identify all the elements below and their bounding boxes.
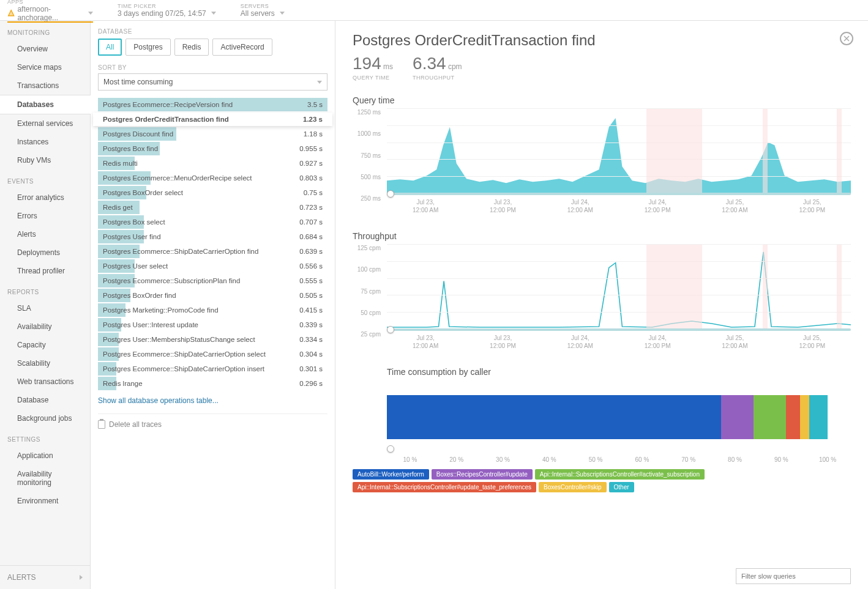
alerts-footer[interactable]: ALERTS [0,565,90,589]
query-row[interactable]: Postgres Ecommerce::MenuOrderRecipe sele… [98,171,327,185]
sidebar-item-deployments[interactable]: Deployments [0,243,90,262]
chart-query-time: Query time 250 ms500 ms750 ms1000 ms1250… [353,95,851,214]
sidebar-item-capacity[interactable]: Capacity [0,336,90,354]
legend-pill[interactable]: AutoBill::Worker/perform [353,469,429,480]
query-row[interactable]: Redis multi0.927 s [98,157,327,170]
sidebar: MONITORING OverviewService mapsTransacti… [0,21,91,589]
query-row[interactable]: Postgres User::Interest update0.339 s [98,318,327,332]
query-row[interactable]: Postgres User::MembershipStatusChange se… [98,333,327,346]
legend-pill[interactable]: Boxes::RecipesController#update [432,469,533,480]
sidebar-item-web-transactions[interactable]: Web transactions [0,372,90,391]
query-row[interactable]: Postgres Ecommerce::ShipDateCarrierOptio… [98,362,327,376]
sidebar-item-application[interactable]: Application [0,446,90,465]
time-slider[interactable] [387,193,851,195]
tab-all[interactable]: All [98,39,122,56]
database-tabs: AllPostgresRedisActiveRecord [98,39,327,56]
chart-time-consumption: Time consumption by caller 10 %20 %30 %4… [353,367,851,492]
sidebar-item-ruby-vms[interactable]: Ruby VMs [0,151,90,169]
sidebar-section-monitoring: MONITORING [0,21,90,40]
chevron-right-icon [80,575,83,580]
sidebar-item-sla[interactable]: SLA [0,299,90,317]
query-row[interactable]: Postgres User find0.684 s [98,230,327,243]
query-row[interactable]: Postgres User select0.556 s [98,259,327,273]
legend-pill[interactable]: Other [609,482,634,492]
metric-throughput: 6.34 cpm THROUGHPUT [413,54,462,81]
app-icon [7,9,15,18]
slider-knob-left[interactable] [387,326,394,333]
stacked-segment [800,395,809,439]
query-row[interactable]: Redis get0.723 s [98,201,327,214]
sidebar-item-errors[interactable]: Errors [0,207,90,225]
query-row[interactable]: Postgres Marketing::PromoCode find0.415 … [98,303,327,317]
sidebar-item-databases[interactable]: Databases [0,95,91,114]
query-row[interactable]: Postgres Box find0.955 s [98,142,327,155]
filter-slow-queries[interactable] [736,568,851,584]
sidebar-item-instances[interactable]: Instances [0,133,90,151]
query-row[interactable]: Postgres Ecommerce::SubscriptionPlan fin… [98,274,327,287]
sort-h: SORT BY [98,64,327,71]
chart-throughput: Throughput 25 cpm50 cpm75 cpm100 cpm125 … [353,231,851,350]
query-row[interactable]: Postgres Ecommerce::ShipDateCarrierOptio… [98,347,327,361]
sidebar-section-reports: REPORTS [0,280,90,299]
sidebar-item-transactions[interactable]: Transactions [0,76,90,95]
show-all-link[interactable]: Show all database operations table... [98,391,327,410]
close-icon [844,35,850,42]
chevron-down-icon [317,81,322,84]
tab-activerecord[interactable]: ActiveRecord [212,39,272,56]
delete-traces-button[interactable]: Delete all traces [98,413,327,435]
tab-postgres[interactable]: Postgres [125,39,170,56]
stacked-segment [809,395,828,439]
stacked-segment [387,395,721,439]
sidebar-item-availability-monitoring[interactable]: Availability monitoring [0,465,90,492]
sidebar-item-database[interactable]: Database [0,391,90,409]
query-row[interactable]: Postgres Box select0.707 s [98,215,327,229]
slider-knob[interactable] [387,445,394,453]
sidebar-item-scalability[interactable]: Scalability [0,354,90,372]
slider-knob-left[interactable] [387,190,394,198]
query-row[interactable]: Postgres BoxOrder find0.505 s [98,289,327,302]
close-button[interactable] [840,32,853,45]
legend-pill[interactable]: Api::Internal::SubscriptionsController#a… [535,469,705,480]
sort-select[interactable]: Most time consuming [98,73,327,91]
detail-panel: Postgres OrderCreditTransaction find 194… [335,21,868,589]
time-slider[interactable] [387,328,851,331]
apps-picker[interactable]: APPS afternoon-anchorage... [7,0,93,22]
sidebar-section-events: EVENTS [0,169,90,188]
query-row[interactable]: Postgres OrderCreditTransaction find1.23… [93,113,332,126]
query-row[interactable]: Postgres BoxOrder select0.75 s [98,186,327,199]
legend-pill[interactable]: Api::Internal::SubscriptionsController#u… [353,482,536,492]
detail-title: Postgres OrderCreditTransaction find [353,32,851,49]
topbar: APPS afternoon-anchorage... TIME PICKER … [0,0,868,21]
stacked-segment [786,395,800,439]
sidebar-item-thread-profiler[interactable]: Thread profiler [0,262,90,280]
query-row[interactable]: Postgres Ecommerce::RecipeVersion find3.… [98,98,327,111]
query-row[interactable]: Postgres Discount find1.18 s [98,127,327,141]
sidebar-item-alerts[interactable]: Alerts [0,225,90,243]
tab-redis[interactable]: Redis [174,39,209,56]
chevron-down-icon [211,12,216,15]
stacked-segment [721,395,754,439]
sidebar-item-error-analytics[interactable]: Error analytics [0,188,90,207]
query-row[interactable]: Redis lrange0.296 s [98,377,327,390]
query-list-panel: DATABASE AllPostgresRedisActiveRecord SO… [91,21,335,589]
chevron-down-icon [280,12,285,15]
metric-query-time: 194 ms QUERY TIME [353,54,393,81]
time-picker[interactable]: TIME PICKER 3 days ending 07/25, 14:57 [118,3,216,18]
sidebar-item-background-jobs[interactable]: Background jobs [0,409,90,428]
stacked-segment [754,395,786,439]
trash-icon [98,420,105,429]
sidebar-item-service-maps[interactable]: Service maps [0,58,90,76]
sidebar-item-environment[interactable]: Environment [0,492,90,510]
chevron-down-icon [88,12,93,15]
database-h: DATABASE [98,28,327,35]
sidebar-item-availability[interactable]: Availability [0,317,90,336]
query-row[interactable]: Postgres Ecommerce::ShipDateCarrierOptio… [98,245,327,258]
sidebar-section-settings: SETTINGS [0,428,90,446]
sidebar-item-overview[interactable]: Overview [0,40,90,58]
sidebar-item-external-services[interactable]: External services [0,114,90,133]
legend-pill[interactable]: BoxesController#skip [539,482,607,492]
servers-picker[interactable]: SERVERS All servers [241,3,285,18]
